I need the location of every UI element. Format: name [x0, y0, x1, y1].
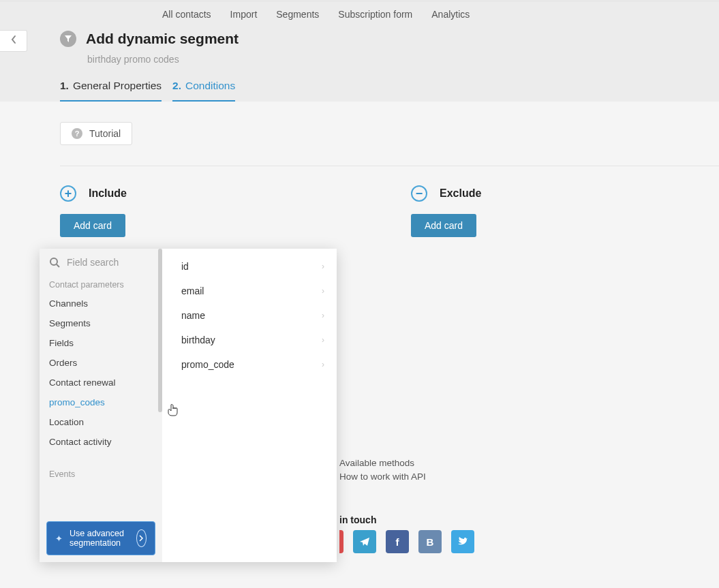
group-events: Events [40, 465, 162, 483]
field-label: promo_code [181, 359, 234, 370]
chevron-right-icon: › [322, 311, 324, 320]
tab-label: General Properties [73, 80, 162, 91]
chevron-right-icon: › [322, 262, 324, 271]
social-telegram-icon[interactable] [353, 530, 376, 553]
svg-point-0 [50, 258, 57, 265]
nav-all-contacts[interactable]: All contacts [162, 9, 211, 20]
field-label: email [181, 285, 204, 296]
top-nav: All contacts Import Segments Subscriptio… [0, 2, 719, 27]
tab-label: Conditions [185, 80, 235, 91]
footer-link-api[interactable]: How to work with API [339, 470, 426, 484]
tab-general-properties[interactable]: 1.General Properties [60, 80, 162, 102]
chevron-right-icon: › [322, 286, 324, 296]
field-search-input[interactable]: Field search [40, 249, 162, 276]
footer-links: Available methods How to work with API i… [339, 457, 426, 527]
field-picker-dropdown: Field search Contact parameters Channels… [40, 249, 337, 562]
nav-subscription-form[interactable]: Subscription form [338, 9, 412, 20]
category-contact-renewal[interactable]: Contact renewal [40, 373, 162, 392]
field-promo-code[interactable]: promo_code › [162, 352, 337, 377]
footer-link-methods[interactable]: Available methods [339, 457, 426, 470]
tutorial-button[interactable]: ? Tutorial [60, 122, 132, 145]
footer-heading: in touch [339, 513, 426, 527]
page-subtitle: birthday promo codes [60, 54, 719, 65]
social-row: f B [339, 530, 474, 553]
page-title-row: Add dynamic segment [60, 31, 719, 47]
plus-icon: + [60, 185, 76, 202]
social-icon-partial[interactable] [339, 530, 343, 553]
svg-line-1 [57, 264, 59, 267]
category-segments[interactable]: Segments [40, 313, 162, 333]
group-contact-parameters: Contact parameters [40, 276, 162, 294]
page-title: Add dynamic segment [86, 31, 239, 47]
exclude-add-card-button[interactable]: Add card [411, 214, 476, 237]
field-id[interactable]: id › [162, 254, 337, 279]
field-email[interactable]: email › [162, 279, 337, 303]
step-tabs: 1.General Properties 2.Conditions [0, 80, 719, 102]
include-section: + Include Add card [60, 185, 127, 237]
category-contact-activity[interactable]: Contact activity [40, 432, 162, 452]
social-vk-icon[interactable]: B [418, 530, 442, 553]
search-icon [49, 257, 60, 268]
tab-number: 2. [172, 80, 181, 91]
exclude-title: Exclude [440, 187, 481, 200]
exclude-section: − Exclude Add card [411, 185, 481, 237]
field-birthday[interactable]: birthday › [162, 328, 337, 352]
tutorial-label: Tutorial [89, 128, 121, 139]
divider [60, 166, 719, 166]
field-label: name [181, 310, 205, 321]
funnel-icon [60, 31, 76, 47]
top-strip [0, 0, 719, 2]
sparkle-icon: ✦ [55, 533, 63, 544]
tab-number: 1. [60, 80, 69, 91]
arrow-right-icon [136, 529, 147, 547]
category-promo-codes[interactable]: promo_codes [40, 392, 162, 412]
field-picker-fields: id › email › name › birthday › promo_cod… [162, 249, 337, 562]
minus-icon: − [411, 185, 427, 202]
nav-import[interactable]: Import [230, 9, 258, 20]
field-name[interactable]: name › [162, 303, 337, 328]
back-button[interactable] [0, 30, 27, 52]
field-picker-categories: Field search Contact parameters Channels… [40, 249, 162, 562]
advanced-segmentation-promo[interactable]: ✦ Use advanced segmentation [46, 521, 155, 555]
chevron-right-icon: › [322, 335, 324, 345]
chevron-right-icon: › [322, 360, 324, 369]
chevron-left-icon [10, 35, 17, 47]
question-icon: ? [72, 128, 82, 139]
search-placeholder: Field search [67, 257, 119, 268]
content-region: ? Tutorial + Include Add card − Exclude … [0, 102, 719, 166]
header-region: All contacts Import Segments Subscriptio… [0, 0, 719, 102]
exclude-header: − Exclude [411, 185, 481, 202]
field-label: id [181, 261, 189, 272]
field-label: birthday [181, 335, 215, 345]
category-channels[interactable]: Channels [40, 294, 162, 313]
category-orders[interactable]: Orders [40, 353, 162, 373]
social-twitter-icon[interactable] [451, 530, 474, 553]
include-add-card-button[interactable]: Add card [60, 214, 125, 237]
category-location[interactable]: Location [40, 412, 162, 432]
nav-analytics[interactable]: Analytics [431, 9, 470, 20]
category-fields[interactable]: Fields [40, 333, 162, 353]
scrollbar[interactable] [158, 249, 162, 412]
page-header: Add dynamic segment birthday promo codes [0, 27, 719, 65]
social-facebook-icon[interactable]: f [386, 530, 409, 553]
tab-conditions[interactable]: 2.Conditions [172, 80, 235, 102]
nav-segments[interactable]: Segments [276, 9, 319, 20]
promo-label: Use advanced segmentation [70, 529, 129, 548]
include-title: Include [89, 187, 127, 200]
include-header: + Include [60, 185, 127, 202]
